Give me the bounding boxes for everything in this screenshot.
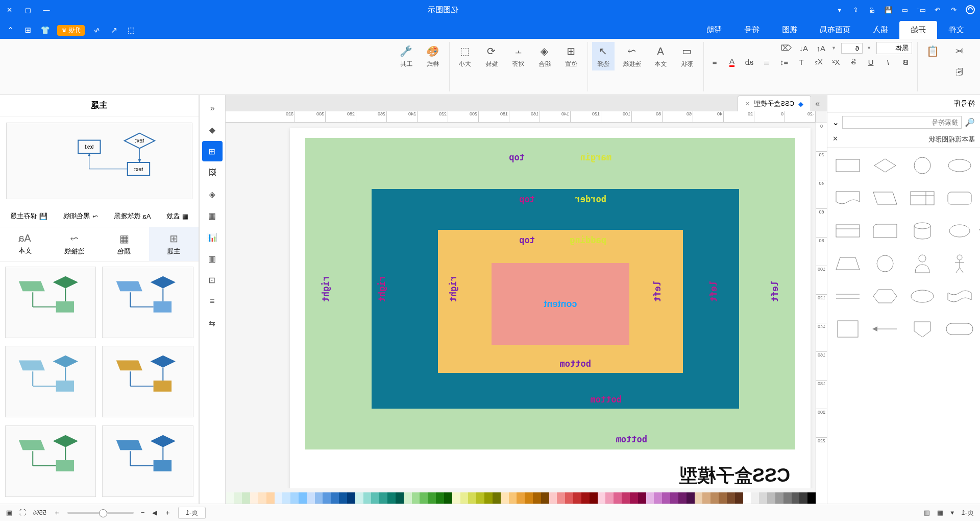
color-swatch[interactable] xyxy=(517,492,525,504)
color-swatch[interactable] xyxy=(614,492,622,504)
color-swatch[interactable] xyxy=(646,492,654,504)
apps-icon[interactable]: ⊞ xyxy=(22,25,34,36)
canvas[interactable]: content margin top border top padding to… xyxy=(226,123,816,488)
color-swatch[interactable] xyxy=(525,492,533,504)
shape-pentagon-down[interactable] xyxy=(906,315,939,343)
color-swatch[interactable] xyxy=(436,492,444,504)
shape-note[interactable] xyxy=(831,315,864,343)
font-color-icon[interactable]: A xyxy=(725,56,739,67)
color-swatch[interactable] xyxy=(783,492,792,504)
save-icon[interactable]: 💾 xyxy=(883,4,894,15)
color-swatch[interactable] xyxy=(710,492,719,504)
boxmodel-content[interactable]: content xyxy=(492,263,629,345)
color-swatch[interactable] xyxy=(654,492,662,504)
shape-document[interactable] xyxy=(831,184,864,212)
page-menu-icon[interactable]: ▾ xyxy=(950,509,954,516)
theme-opt-font[interactable]: Aa微软雅黑 xyxy=(112,209,153,223)
shape-button[interactable]: ▭形状 xyxy=(676,42,698,70)
shape-card[interactable] xyxy=(869,217,901,245)
search-expand-icon[interactable]: ⌄ xyxy=(832,117,839,127)
color-swatch[interactable] xyxy=(735,492,743,504)
menu-view[interactable]: 视图 xyxy=(771,21,808,39)
theme-opt-save[interactable]: 💾保存主题 xyxy=(8,209,50,223)
connector-tool-icon[interactable]: ∿ xyxy=(91,25,102,36)
side-image-icon[interactable]: 🖼 xyxy=(202,162,223,183)
shape-trapezoid[interactable] xyxy=(831,250,864,277)
shapes-category[interactable]: 基本流程图形状✕ xyxy=(827,132,980,148)
maximize-icon[interactable]: ▢ xyxy=(22,4,34,15)
color-swatch[interactable] xyxy=(573,492,581,504)
color-swatch[interactable] xyxy=(565,492,573,504)
color-swatch[interactable] xyxy=(799,492,807,504)
menu-symbol[interactable]: 符号 xyxy=(733,21,771,39)
color-swatch[interactable] xyxy=(678,492,687,504)
side-formula-icon[interactable]: ⊡ xyxy=(202,270,223,290)
color-swatch[interactable] xyxy=(670,492,678,504)
tabs-overflow-icon[interactable]: » xyxy=(811,96,824,111)
color-swatch[interactable] xyxy=(759,492,767,504)
color-swatch[interactable] xyxy=(396,492,404,504)
more-icon[interactable]: ▾ xyxy=(834,4,845,15)
color-swatch[interactable] xyxy=(807,492,816,504)
zoom-slider[interactable] xyxy=(67,512,134,514)
shape-parallelogram[interactable] xyxy=(869,184,901,212)
menu-file[interactable]: 文件 xyxy=(937,21,975,39)
theme-card[interactable] xyxy=(5,346,96,417)
shape-wave[interactable] xyxy=(944,282,976,310)
color-swatch[interactable] xyxy=(719,492,727,504)
font-size-select[interactable]: 6 xyxy=(841,43,863,54)
shape-cylinder[interactable] xyxy=(906,217,939,245)
redo-icon[interactable]: ↷ xyxy=(932,4,943,15)
zoom-out-icon[interactable]: − xyxy=(141,509,145,516)
color-swatch[interactable] xyxy=(695,492,703,504)
side-fill-icon[interactable]: ◆ xyxy=(202,120,223,140)
shape-person[interactable] xyxy=(944,250,976,277)
theme-opt-line[interactable]: ⤳黑色细线 xyxy=(61,209,100,223)
shape-circle[interactable] xyxy=(906,152,939,179)
align-button[interactable]: ⫠对齐 xyxy=(507,42,529,70)
color-swatch[interactable] xyxy=(767,492,775,504)
zoom-in-icon[interactable]: ＋ xyxy=(54,508,60,517)
shape-predefined[interactable] xyxy=(831,217,864,245)
color-swatch[interactable] xyxy=(420,492,428,504)
color-swatch[interactable] xyxy=(460,492,469,504)
color-swatch[interactable] xyxy=(743,492,751,504)
subscript-icon[interactable]: X₂ xyxy=(812,56,825,67)
text-button[interactable]: A文本 xyxy=(649,42,672,70)
highlight-icon[interactable]: ≡ xyxy=(708,56,721,67)
theme-subtab-theme[interactable]: ⊞主题 xyxy=(149,227,199,261)
color-swatch[interactable] xyxy=(266,492,275,504)
color-swatch[interactable] xyxy=(347,492,355,504)
shape-yes[interactable]: Yes xyxy=(944,217,976,245)
tab-close-icon[interactable]: ✕ xyxy=(745,101,750,107)
size-button[interactable]: ⬚大小 xyxy=(454,42,476,70)
color-swatch[interactable] xyxy=(339,492,347,504)
export-icon[interactable]: ⇪ xyxy=(850,4,862,15)
color-swatch[interactable] xyxy=(379,492,387,504)
color-swatch[interactable] xyxy=(533,492,541,504)
color-swatch[interactable] xyxy=(751,492,759,504)
line-spacing-icon[interactable]: ≡↕ xyxy=(777,56,791,67)
shape-ellipse2[interactable] xyxy=(906,282,939,310)
color-swatch[interactable] xyxy=(557,492,566,504)
shape-circle2[interactable] xyxy=(869,250,901,277)
theme-card[interactable] xyxy=(103,267,194,338)
copy-button[interactable]: ⎘ xyxy=(948,62,971,81)
color-swatch[interactable] xyxy=(509,492,517,504)
italic-button[interactable]: I xyxy=(881,56,895,67)
shirt-icon[interactable]: 👕 xyxy=(40,25,51,36)
shape-arrow[interactable] xyxy=(869,315,901,343)
color-swatch[interactable] xyxy=(355,492,363,504)
minimize-icon[interactable]: — xyxy=(41,4,52,15)
color-swatch[interactable] xyxy=(363,492,372,504)
menu-layout[interactable]: 页面布局 xyxy=(808,21,862,39)
shape-user[interactable] xyxy=(906,250,939,277)
side-chart-icon[interactable]: 📊 xyxy=(202,227,223,247)
side-shapes-icon[interactable]: ⊞ xyxy=(202,141,223,161)
shape-pill[interactable] xyxy=(944,315,976,343)
strikethrough-icon[interactable]: S̶ xyxy=(847,56,860,67)
open-icon[interactable]: ▭ xyxy=(899,4,911,15)
shape-table[interactable] xyxy=(906,184,939,212)
text-case-icon[interactable]: T xyxy=(795,56,808,67)
menu-help[interactable]: 帮助 xyxy=(695,21,733,39)
